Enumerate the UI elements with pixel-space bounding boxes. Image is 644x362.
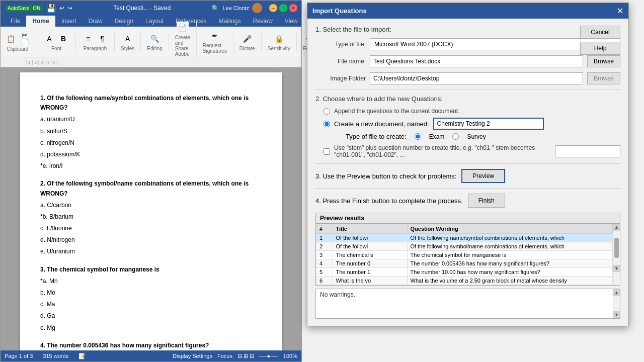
finish-button[interactable]: Finish [468,194,505,208]
cell-title: The chemical s [333,251,407,259]
tab-mailings[interactable]: Mailings [212,16,247,27]
user-name: Lee Clontz [222,5,249,11]
col-header-num: # [316,224,333,234]
image-folder-input[interactable] [370,72,583,84]
file-name-label: File name: [315,58,366,65]
cell-title: Of the followi [333,234,407,242]
browse-button-2[interactable]: Browse [587,72,620,84]
table-row[interactable]: 1 Of the followi Of the following name/s… [316,234,613,242]
table-row[interactable]: 4 The number 0 The number 0.005436 has h… [316,259,613,268]
tab-file[interactable]: File [5,16,26,27]
table-row[interactable]: 6 What is the vo What is the volume of a… [316,277,613,285]
save-icon[interactable]: 💾 [46,4,56,13]
find-icon[interactable]: 🔍 [149,33,161,45]
close-button[interactable]: ✕ [289,4,297,12]
cut-icon[interactable]: ✂ [19,32,31,38]
cell-title: What is the vo [333,277,407,285]
proofing-icon[interactable]: 📝 [78,353,86,359]
table-row[interactable]: 3 The chemical s The chemical symbol for… [316,251,613,259]
bold-icon[interactable]: B [57,33,69,45]
preview-button[interactable]: Preview [461,169,505,183]
word-window: AutoSave ON 💾 ↩ ↪ Test Questi... · Saved… [0,0,302,362]
view-icons[interactable]: ⊟ ⊞ ⊟ [237,353,254,359]
request-icon[interactable]: ✒ [209,30,221,42]
create-new-radio[interactable] [324,121,330,127]
file-name-input[interactable] [370,55,583,67]
browse-button-1[interactable]: Browse [587,55,620,67]
group-request: ✒ RequestSignatures [203,30,233,54]
tab-draw[interactable]: Draw [83,16,109,27]
tab-home[interactable]: Home [26,16,55,27]
preview-table-wrapper[interactable]: # Title Question Wording 1 Of the follow… [316,224,613,285]
stem-row: Use "stem" plus question number to creat… [324,144,620,158]
create-adobe-icon[interactable]: 📄 [177,22,189,34]
copy-icon[interactable]: 📄 [19,39,31,45]
table-row[interactable]: 2 Of the followi Of the following symbol… [316,242,613,251]
display-settings[interactable]: Display Settings [173,353,212,359]
maximize-button[interactable]: □ [279,4,287,12]
page-info: Page 1 of 3 [5,353,33,359]
preview-results: Preview results # Title Question Wording [315,213,620,286]
dialog-close-button[interactable]: ✕ [617,6,623,16]
cell-num: 1 [316,234,333,242]
scroll-up-arrow[interactable]: ▲ [613,224,620,231]
dialog-title: Import Questions [312,7,367,15]
align-icon[interactable]: ≡ [82,33,94,45]
paragraph-icon[interactable]: ¶ [96,33,108,45]
append-radio[interactable] [324,108,330,115]
scrollbar-thumb[interactable] [614,238,619,258]
stem-input[interactable] [555,145,620,157]
cell-wording: The chemical symbol for manganese is [407,251,612,259]
dictate-icon[interactable]: 🎤 [241,33,253,45]
zoom-slider[interactable]: ──●── [259,353,278,359]
section3-label: 3. Use the Preview button to check for p… [315,172,456,180]
group-font: A B Font [43,33,76,51]
scroll-down-arrow[interactable]: ▼ [613,265,620,272]
cell-num: 5 [316,268,333,277]
survey-label: Survey [467,133,486,140]
tab-view[interactable]: View [279,16,304,27]
cell-wording: Of the following symbol/name combination… [407,242,612,251]
cell-wording: Of the following name/symbol combination… [407,234,612,242]
help-button[interactable]: Help [580,42,620,55]
table-row[interactable]: 5 The number 1 The number 10.00 has how … [316,268,613,277]
preview-scroll-container[interactable]: # Title Question Wording 1 Of the follow… [316,224,620,285]
cell-num: 6 [316,277,333,285]
survey-radio[interactable] [452,133,459,140]
q1-c: c. nitrogen/N [40,138,262,148]
font-icon[interactable]: A [43,33,55,45]
tab-review[interactable]: Review [247,16,279,27]
tab-insert[interactable]: Insert [55,16,83,27]
preview-scrollbar[interactable]: ▲ ▼ [613,224,620,285]
new-doc-name-input[interactable] [433,118,544,130]
q1-num: 1. Of the following name/symbol combinat… [40,94,262,113]
stem-checkbox[interactable] [324,148,330,155]
styles-icon[interactable]: A [122,33,134,45]
undo-icon[interactable]: ↩ [59,5,64,12]
sensitivity-icon[interactable]: 🔒 [273,33,285,45]
tab-design[interactable]: Design [109,16,139,27]
search-icon[interactable]: 🔍 [211,5,219,12]
cell-title: The number 0 [333,259,407,268]
warn-scroll-down[interactable]: ▼ [613,311,620,318]
warn-scroll-up[interactable]: ▲ [613,289,620,296]
redo-icon[interactable]: ↪ [67,5,72,12]
append-radio-row: Append the questions to the current docu… [324,108,620,115]
autosave-toggle[interactable]: AutoSave ON [5,5,43,12]
image-folder-label: Image Folder [315,75,366,82]
exam-radio[interactable] [415,133,421,140]
group-paragraph: ≡ ¶ Paragraph [82,33,115,51]
title-bar: AutoSave ON 💾 ↩ ↪ Test Questi... · Saved… [1,1,301,16]
minimize-button[interactable]: ─ [269,4,277,12]
warnings-text: No warnings. [320,291,355,316]
col-header-wording: Question Wording [407,224,612,234]
cancel-button[interactable]: Cancel [580,26,620,39]
focus-mode[interactable]: Focus [217,353,232,359]
warnings-scrollbar[interactable]: ▲ ▼ [613,289,620,318]
divider-2 [315,163,620,164]
group-clipboard: 📋 ✂ 📄 Clipboard [5,32,37,52]
paste-icon[interactable]: 📋 [5,33,17,45]
section2-header: 2. Choose where to add the new Questions… [315,95,620,103]
doc-area[interactable]: 1. Of the following name/symbol combinat… [1,67,301,350]
tab-layout[interactable]: Layout [139,16,170,27]
